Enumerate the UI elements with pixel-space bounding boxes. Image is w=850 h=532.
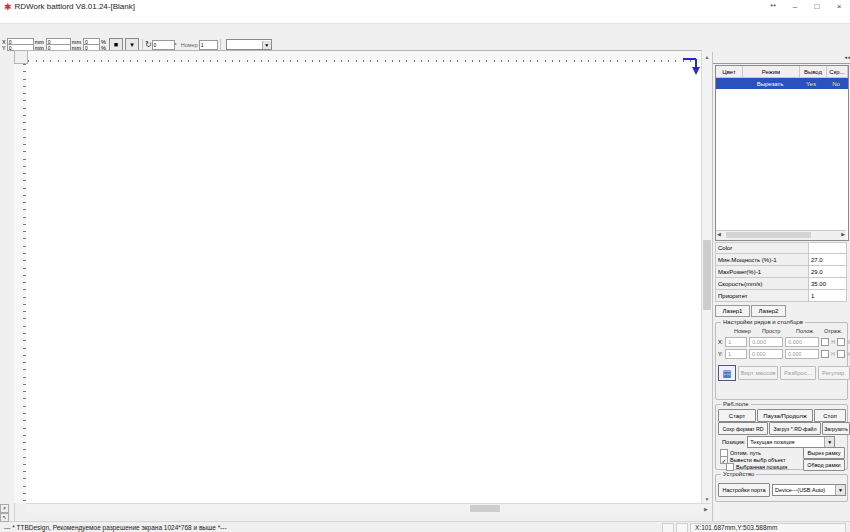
chevron-down-icon: ▼ — [824, 437, 834, 447]
cb-label: Н — [831, 339, 835, 345]
stop-button[interactable]: Стоп — [814, 409, 846, 422]
number-input[interactable]: 1 — [199, 40, 218, 50]
group-title: Устройство — [721, 471, 756, 477]
max-power-value[interactable]: 29.0 — [809, 266, 847, 278]
x-mirror-h-checkbox[interactable] — [821, 338, 829, 346]
save-rd-button[interactable]: Сохр формат RD — [718, 422, 768, 435]
scroll-right-icon[interactable]: ▶ — [841, 231, 845, 237]
checkbox-label: Выбранная позиция — [736, 464, 787, 470]
adjust-button[interactable]: Регулир. — [818, 366, 850, 380]
minimize-button[interactable]: – — [784, 0, 806, 13]
canvas-svg — [26, 62, 701, 503]
y-position-input[interactable]: 0.000 — [785, 349, 819, 359]
layer-hide: No — [824, 81, 848, 87]
layer-table[interactable]: Цвет Режим Вывод Скр... Вырезать Yes No … — [715, 65, 849, 241]
y-row-label: Y: — [718, 351, 723, 357]
layer-row-selected[interactable]: Вырезать Yes No — [716, 78, 848, 89]
scroll-up-icon[interactable]: ▲ — [702, 52, 712, 61]
pick-color-button[interactable]: ↖ — [0, 513, 9, 522]
port-settings-button[interactable]: Настройки порта — [718, 483, 770, 497]
window-title: RDWork battlord V8.01.24-[Blank] — [15, 2, 135, 11]
prop-color-swatch[interactable] — [809, 242, 847, 254]
size-preset-combo[interactable]: ▼ — [226, 39, 272, 50]
x-count-input[interactable]: 1 — [725, 337, 747, 347]
statusbar: --- * TTBDesign, Рекомендуемое разрешени… — [0, 521, 850, 532]
drawing-canvas[interactable] — [26, 62, 701, 503]
scroll-down-icon[interactable]: ▼ — [702, 494, 712, 503]
horizontal-scrollbar[interactable]: ▶ — [26, 503, 711, 513]
work-field-group: Раб.поле Старт Пауза/Продолж Стоп Сохр ф… — [715, 404, 848, 470]
layer-color-swatch — [719, 80, 739, 88]
layer-mode: Вырезать — [742, 81, 798, 87]
group-title: Настройки рядов и столбцов — [721, 319, 805, 325]
selected-position-checkbox[interactable] — [726, 463, 734, 471]
device-group: Устройство Настройки порта Device---(USB… — [715, 474, 848, 502]
virtual-array-button[interactable]: Вирт массив — [738, 366, 778, 380]
x-position-input[interactable]: 0.000 — [785, 337, 819, 347]
col-position: Полож. — [796, 328, 814, 334]
position-label: Позиция: — [722, 439, 745, 445]
ruler-corner — [14, 50, 28, 64]
laser-origin-marker — [680, 56, 702, 78]
cursor-coordinates: X:101.687mm,Y:503.588mm — [690, 523, 846, 532]
y-label: Y — [2, 45, 6, 51]
app-logo-icon: ✱ — [4, 2, 12, 12]
col-number: Номер — [734, 328, 751, 334]
vertical-scroll-thumb[interactable] — [703, 240, 711, 310]
vertical-scrollbar[interactable]: ▲ ▼ — [701, 52, 712, 503]
layer-output: Yes — [798, 81, 824, 87]
status-message: --- * TTBDesign, Рекомендуемое разрешени… — [0, 524, 662, 531]
right-panel: ◂ ▸ Цвет Режим Вывод Скр... Вырезать Yes… — [712, 52, 850, 521]
no-color-button[interactable]: × — [0, 504, 9, 513]
device-select[interactable]: Device---(USB:Auto)▼ — [772, 484, 846, 496]
separator — [220, 39, 221, 51]
scroll-right-icon[interactable]: ▶ — [701, 504, 711, 513]
priority-value[interactable]: 1 — [809, 290, 847, 302]
prop-label: Скорость(mm/s) — [715, 278, 809, 290]
start-button[interactable]: Старт — [718, 409, 756, 422]
y-mirror-v-checkbox[interactable] — [837, 350, 845, 358]
speed-value[interactable]: 35.00 — [809, 278, 847, 290]
separator — [142, 39, 143, 51]
status-cell — [662, 523, 674, 532]
col-space: Простр — [762, 328, 780, 334]
pause-continue-button[interactable]: Пауза/Продолж — [757, 409, 813, 422]
x-mirror-v-checkbox[interactable] — [837, 338, 845, 346]
cb-label: Н — [831, 351, 835, 357]
column-header-hide: Скр... — [827, 66, 848, 77]
y-count-input[interactable]: 1 — [725, 349, 747, 359]
scroll-left-icon[interactable]: ◀ — [717, 231, 721, 237]
panel-tabs — [713, 52, 850, 64]
main-toolbar — [0, 24, 850, 39]
rotate-icon: ↻ — [145, 40, 152, 49]
prop-label: Мин.Мощность (%)-1 — [715, 254, 809, 266]
download-button[interactable]: Загрузить — [822, 422, 850, 435]
maximize-button[interactable]: □ — [806, 0, 828, 13]
y-space-input[interactable]: 0.000 — [749, 349, 783, 359]
x-row-label: X: — [718, 339, 723, 345]
rdworks-window: ✱ RDWork battlord V8.01.24-[Blank] ** – … — [0, 0, 850, 532]
table-scrollbar[interactable]: ◀ ▶ — [716, 230, 846, 240]
position-value: Текущая позиция — [748, 439, 824, 445]
column-header-mode: Режим — [743, 66, 800, 77]
prop-label: Color — [715, 242, 809, 254]
x-space-input[interactable]: 0.000 — [749, 337, 783, 347]
group-title: Раб.поле — [721, 401, 751, 407]
cut-frame-button[interactable]: Вырез рамку — [803, 447, 845, 459]
edit-toolbar: X 0 mm Y 0 mm 0 mm 0 mm 0 % 0 % ■ ▾ ↻ 0 … — [0, 39, 850, 50]
scatter-button[interactable]: Разброс... — [780, 366, 816, 380]
tab-laser2[interactable]: Лазер2 — [751, 305, 786, 317]
table-scroll-thumb[interactable] — [726, 232, 811, 238]
load-rd-button[interactable]: Загруз *.RD-файл — [769, 422, 821, 435]
array-mode-button[interactable]: ▦ — [718, 365, 736, 381]
layer-properties: Color Мин.Мощность (%)-127.0 MaxPower(%)… — [715, 242, 847, 302]
min-power-value[interactable]: 27.0 — [809, 254, 847, 266]
rotate-angle-input[interactable]: 0 — [152, 40, 175, 50]
extra-window-icon[interactable]: ** — [762, 0, 784, 13]
tab-laser1[interactable]: Лазер1 — [715, 305, 750, 317]
trace-frame-button[interactable]: Обвод рамки — [803, 459, 845, 471]
horizontal-scroll-thumb[interactable] — [470, 505, 500, 512]
tab-scroll-arrows[interactable]: ◂ ▸ — [845, 54, 850, 60]
close-button[interactable]: × — [828, 0, 850, 13]
y-mirror-h-checkbox[interactable] — [821, 350, 829, 358]
